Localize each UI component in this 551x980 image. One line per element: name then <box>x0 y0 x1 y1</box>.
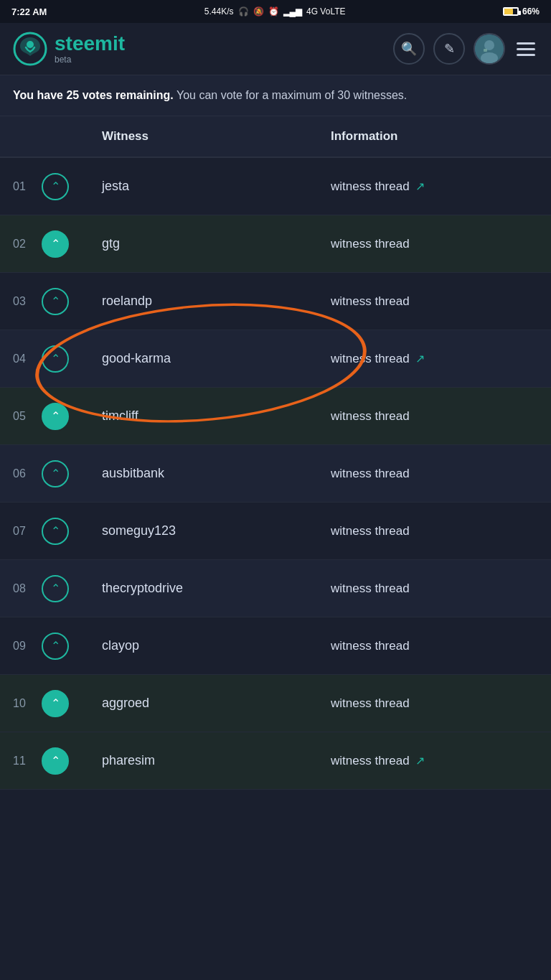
up-arrow-icon: ⌃ <box>51 179 60 193</box>
mute-icon: 🔕 <box>253 6 264 17</box>
rank-cell: 09 ⌃ <box>0 622 93 670</box>
network-speed: 5.44K/s <box>204 6 234 17</box>
up-arrow-icon: ⌃ <box>51 352 60 365</box>
witness-thread-link[interactable]: witness thread <box>331 467 410 481</box>
vote-button[interactable]: ⌃ <box>42 230 69 258</box>
witness-info[interactable]: witness thread <box>322 399 551 434</box>
rank-cell: 06 ⌃ <box>0 450 93 498</box>
up-arrow-icon: ⌃ <box>51 754 60 767</box>
rank-number: 11 <box>13 755 33 767</box>
witness-thread-link[interactable]: witness thread <box>331 179 410 194</box>
rank-cell: 07 ⌃ <box>0 508 93 555</box>
up-arrow-icon: ⌃ <box>51 582 60 595</box>
rank-cell: 08 ⌃ <box>0 565 93 612</box>
external-link-icon: ↗ <box>415 352 425 365</box>
volte-label: 4G VoLTE <box>306 6 345 17</box>
nav-actions: 🔍 ✎ <box>393 33 538 65</box>
witness-name: timcliff <box>93 398 322 434</box>
witness-thread-link[interactable]: witness thread <box>331 639 410 653</box>
witness-row: 03 ⌃ roelandp witness thread <box>0 273 551 330</box>
avatar <box>475 34 504 63</box>
up-arrow-icon: ⌃ <box>51 696 60 710</box>
vote-button[interactable]: ⌃ <box>42 460 69 487</box>
rank-number: 10 <box>13 697 33 710</box>
witness-name: gtg <box>93 226 322 261</box>
avatar-button[interactable] <box>474 33 505 65</box>
witness-info[interactable]: witness thread <box>322 514 551 549</box>
rank-cell: 03 ⌃ <box>0 278 93 325</box>
witness-row: 07 ⌃ someguy123 witness thread <box>0 503 551 560</box>
hamburger-menu-button[interactable] <box>514 39 538 59</box>
witness-name: aggroed <box>93 686 322 721</box>
rank-number: 06 <box>13 467 33 480</box>
steemit-logo-icon <box>13 32 47 66</box>
vote-button[interactable]: ⌃ <box>42 345 69 373</box>
vote-button[interactable]: ⌃ <box>42 288 69 315</box>
witness-thread-link[interactable]: witness thread <box>331 294 410 309</box>
rank-number: 07 <box>13 525 33 538</box>
vote-button[interactable]: ⌃ <box>42 403 69 430</box>
witness-thread-link[interactable]: witness thread <box>331 237 410 251</box>
vote-button[interactable]: ⌃ <box>42 575 69 602</box>
svg-rect-5 <box>484 49 487 52</box>
witness-thread-link[interactable]: witness thread <box>331 524 410 538</box>
vote-button[interactable]: ⌃ <box>42 633 69 660</box>
signal-icon: ▂▄▆ <box>283 6 303 17</box>
witness-name: someguy123 <box>93 513 322 549</box>
rank-number: 03 <box>13 295 33 308</box>
witness-info[interactable]: witness thread <box>322 227 551 261</box>
vote-button[interactable]: ⌃ <box>42 690 69 717</box>
up-arrow-icon: ⌃ <box>51 294 60 308</box>
witness-thread-link[interactable]: witness thread <box>331 582 410 596</box>
rank-number: 04 <box>13 353 33 365</box>
witness-name: clayop <box>93 628 322 663</box>
rank-number: 01 <box>13 180 33 193</box>
svg-point-1 <box>27 41 34 48</box>
witness-info[interactable]: witness thread <box>322 571 551 606</box>
witness-info[interactable]: witness thread <box>322 686 551 721</box>
status-bar: 7:22 AM 5.44K/s 🎧 🔕 ⏰ ▂▄▆ 4G VoLTE 66% <box>0 0 551 23</box>
witness-info[interactable]: witness thread <box>322 629 551 663</box>
th-witness: Witness <box>93 116 322 157</box>
witness-name: pharesim <box>93 743 322 778</box>
vote-button[interactable]: ⌃ <box>42 173 69 200</box>
witness-info[interactable]: witness thread <box>322 457 551 491</box>
battery-fill <box>504 9 513 14</box>
up-arrow-icon: ⌃ <box>51 237 60 251</box>
alarm-icon: ⏰ <box>268 6 279 17</box>
witness-row: 11 ⌃ pharesim witness thread ↗ <box>0 732 551 790</box>
witness-thread-link[interactable]: witness thread <box>331 409 410 424</box>
witness-row: 08 ⌃ thecryptodrive witness thread <box>0 560 551 617</box>
edit-button[interactable]: ✎ <box>433 33 465 65</box>
logo-text: steemit <box>55 34 125 54</box>
vote-button[interactable]: ⌃ <box>42 747 69 775</box>
avatar-image <box>475 34 504 63</box>
search-button[interactable]: 🔍 <box>393 33 425 65</box>
vote-button[interactable]: ⌃ <box>42 518 69 545</box>
witness-info[interactable]: witness thread <box>322 284 551 319</box>
edit-icon: ✎ <box>444 41 455 57</box>
witness-row: 04 ⌃ good-karma witness thread ↗ <box>0 330 551 388</box>
witness-thread-link[interactable]: witness thread <box>331 352 410 366</box>
top-nav: steemit beta 🔍 ✎ <box>0 23 551 75</box>
witness-info[interactable]: witness thread ↗ <box>322 342 551 376</box>
external-link-icon: ↗ <box>415 754 425 767</box>
hamburger-line-1 <box>517 42 535 45</box>
table-header: Witness Information <box>0 116 551 158</box>
rank-number: 08 <box>13 582 33 595</box>
witness-name: jesta <box>93 169 322 204</box>
up-arrow-icon: ⌃ <box>51 467 60 480</box>
status-center: 5.44K/s 🎧 🔕 ⏰ ▂▄▆ 4G VoLTE <box>204 6 346 17</box>
battery-icon <box>503 7 519 16</box>
logo-text-container: steemit beta <box>55 34 125 65</box>
witness-info[interactable]: witness thread ↗ <box>322 744 551 778</box>
witness-thread-link[interactable]: witness thread <box>331 754 410 768</box>
witness-info[interactable]: witness thread ↗ <box>322 169 551 204</box>
votes-remaining-bold: You have 25 votes remaining. <box>13 89 174 101</box>
votes-remaining-text: You can vote for a maximum of 30 witness… <box>176 89 407 101</box>
rank-cell: 05 ⌃ <box>0 393 93 440</box>
up-arrow-icon: ⌃ <box>51 639 60 653</box>
witness-name: roelandp <box>93 284 322 319</box>
witness-thread-link[interactable]: witness thread <box>331 696 410 711</box>
rank-cell: 02 ⌃ <box>0 220 93 268</box>
